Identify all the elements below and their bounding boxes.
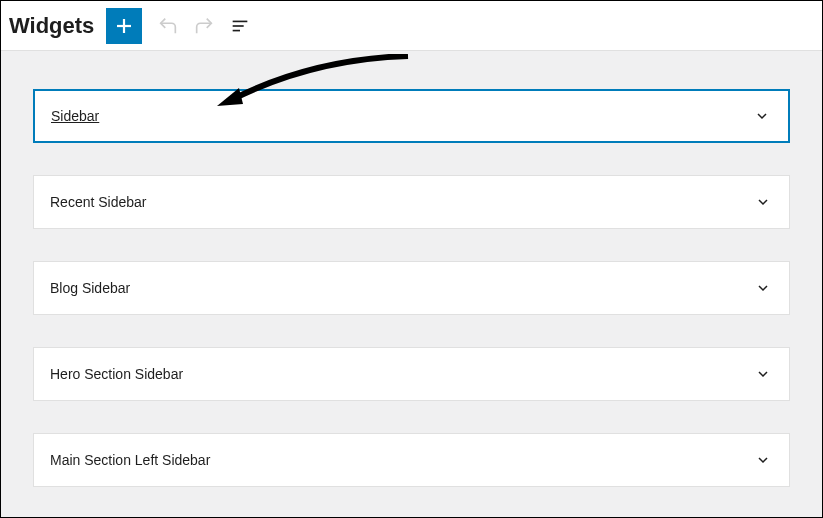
chevron-down-icon [753,192,773,212]
page-title: Widgets [9,13,94,39]
add-block-button[interactable] [106,8,142,44]
widget-area-hero-section-sidebar[interactable]: Hero Section Sidebar [33,347,790,401]
chevron-down-icon [753,450,773,470]
redo-button[interactable] [186,8,222,44]
widget-area-label: Recent Sidebar [50,194,147,210]
list-view-button[interactable] [222,8,258,44]
chevron-down-icon [753,278,773,298]
widget-area-label: Hero Section Sidebar [50,366,183,382]
widget-area-label: Main Section Left Sidebar [50,452,210,468]
widget-area-main-section-left-sidebar[interactable]: Main Section Left Sidebar [33,433,790,487]
list-view-icon [229,15,251,37]
widget-area-recent-sidebar[interactable]: Recent Sidebar [33,175,790,229]
widget-area-label: Sidebar [51,108,99,124]
widget-area-label: Blog Sidebar [50,280,130,296]
redo-icon [193,15,215,37]
toolbar: Widgets [1,1,822,51]
chevron-down-icon [752,106,772,126]
widget-area-sidebar[interactable]: Sidebar [33,89,790,143]
undo-button[interactable] [150,8,186,44]
widgets-content: Sidebar Recent Sidebar Blog Sidebar Hero… [1,51,822,517]
widget-area-blog-sidebar[interactable]: Blog Sidebar [33,261,790,315]
chevron-down-icon [753,364,773,384]
plus-icon [112,14,136,38]
undo-icon [157,15,179,37]
